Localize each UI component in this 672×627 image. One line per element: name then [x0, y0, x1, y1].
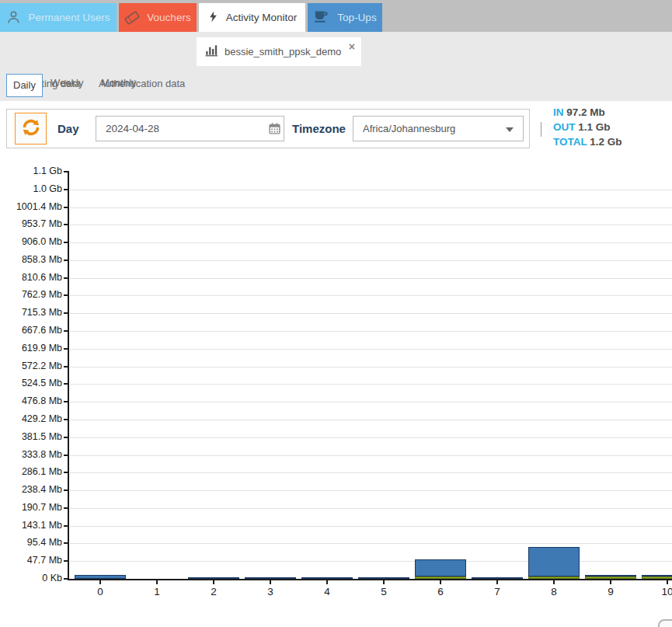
x-axis-tick [610, 580, 611, 584]
gridline [70, 207, 672, 208]
refresh-button[interactable] [15, 113, 47, 145]
x-axis-label: 0 [85, 586, 116, 597]
y-axis-label: 333.8 Mb [0, 449, 62, 460]
x-axis-tick [667, 580, 668, 584]
tab-daily[interactable]: Daily [6, 74, 43, 97]
lightning-icon [207, 9, 219, 26]
gridline [70, 543, 672, 544]
traffic-stats: IN 97.2 Mb OUT 1.1 Gb TOTAL 1.2 Gb [553, 106, 622, 151]
bar-out-hour-10[interactable] [642, 575, 672, 576]
y-axis-label: 1001.4 Mb [0, 201, 62, 212]
x-axis-tick [156, 580, 158, 584]
y-axis-label: 524.5 Mb [0, 378, 62, 388]
gridline [70, 349, 672, 350]
y-axis-label: 1.0 Gb [0, 183, 62, 194]
gridline [70, 455, 672, 456]
y-axis-tick [64, 560, 69, 562]
stat-in: IN 97.2 Mb [553, 106, 622, 118]
x-axis-label: 6 [425, 586, 456, 597]
gridline [70, 508, 672, 509]
y-axis-label: 381.5 Mb [0, 431, 62, 442]
bar-out-hour-6[interactable] [415, 559, 466, 576]
tab-top-ups[interactable]: Top-Ups [308, 3, 382, 32]
y-axis-label: 47.7 Mb [0, 555, 62, 566]
y-axis-label: 143.1 Mb [0, 520, 62, 531]
bar-in-hour-10[interactable] [642, 576, 672, 579]
y-axis-label: 953.7 Mb [0, 218, 62, 229]
tab-activity-monitor[interactable]: Activity Monitor [199, 3, 305, 32]
x-axis-label: 8 [538, 586, 569, 597]
tab-label: Top-Ups [337, 12, 376, 23]
y-axis-tick [64, 312, 69, 314]
timezone-select[interactable]: Africa/Johannesburg [353, 116, 524, 141]
y-axis-label: 715.3 Mb [0, 307, 62, 318]
y-axis-tick [64, 542, 69, 544]
bar-in-hour-6[interactable] [415, 576, 466, 579]
y-axis-label: 190.7 Mb [0, 502, 62, 513]
bar-out-hour-8[interactable] [528, 547, 580, 576]
x-axis-tick [383, 580, 385, 584]
stat-out-label: OUT [553, 121, 576, 133]
gridline [70, 561, 672, 562]
y-axis-tick [64, 330, 69, 332]
y-axis-tick [64, 419, 69, 420]
bar-out-hour-0[interactable] [75, 575, 126, 579]
bar-in-hour-9[interactable] [585, 576, 636, 579]
x-axis-label: 5 [368, 586, 399, 597]
bar-out-hour-9[interactable] [585, 575, 636, 576]
tab-permanent-users[interactable]: Permanent Users [0, 3, 117, 32]
bar-out-hour-4[interactable] [301, 577, 353, 579]
gridline [70, 472, 672, 473]
timezone-label: Timezone [292, 110, 346, 148]
tab-label: Vouchers [147, 12, 190, 23]
gridline [70, 242, 672, 243]
y-axis-tick [64, 507, 69, 509]
x-axis-label: 9 [595, 586, 626, 597]
bar-out-hour-5[interactable] [358, 577, 409, 579]
y-axis-label: 572.2 Mb [0, 361, 62, 371]
x-axis-tick [326, 580, 328, 584]
tab-monthly[interactable]: Monthly [101, 77, 137, 89]
gridline [70, 260, 672, 261]
day-label: Day [57, 110, 79, 148]
gridline [70, 490, 672, 491]
y-axis-label: 429.2 Mb [0, 413, 62, 424]
calendar-icon[interactable] [268, 122, 281, 138]
corner-widget-partial[interactable] [658, 619, 672, 627]
y-axis-line [68, 172, 69, 580]
y-axis-tick [64, 207, 69, 208]
tab-vouchers[interactable]: Vouchers [119, 3, 197, 32]
tab-weekly[interactable]: Weekly [50, 77, 83, 89]
stat-total: TOTAL 1.2 Gb [553, 136, 622, 148]
date-input[interactable] [96, 116, 284, 141]
coffee-cup-icon [313, 9, 330, 26]
x-axis-tick [99, 580, 101, 584]
y-axis-tick [64, 489, 69, 491]
tab-bessie-smith-ppsk-demo[interactable]: bessie_smith_ppsk_demo × [197, 37, 361, 66]
gridline [70, 278, 672, 279]
tab-label: bessie_smith_ppsk_demo [225, 46, 341, 57]
gridline [70, 331, 672, 332]
stats-separator [541, 122, 541, 137]
y-axis-label: 858.3 Mb [0, 254, 62, 265]
x-axis-tick [213, 580, 214, 584]
y-axis-label: 238.4 Mb [0, 484, 62, 495]
gridline [70, 190, 672, 190]
y-axis-tick [64, 437, 69, 438]
tab-label: Activity Monitor [226, 12, 298, 23]
bar-out-hour-3[interactable] [245, 577, 296, 579]
y-axis-label: 619.9 Mb [0, 343, 62, 354]
gridline [70, 295, 672, 296]
bar-out-hour-2[interactable] [188, 577, 239, 579]
gridline [70, 402, 672, 402]
y-axis-tick [64, 242, 69, 243]
voucher-icon [123, 9, 141, 26]
gridline [70, 367, 672, 367]
y-axis-label: 286.1 Mb [0, 466, 62, 477]
close-icon[interactable]: × [346, 39, 358, 54]
bar-out-hour-7[interactable] [472, 577, 523, 579]
y-axis-tick [64, 525, 69, 527]
y-axis-label: 95.4 Mb [0, 537, 62, 548]
bar-in-hour-8[interactable] [528, 576, 580, 579]
gridline [70, 225, 672, 225]
